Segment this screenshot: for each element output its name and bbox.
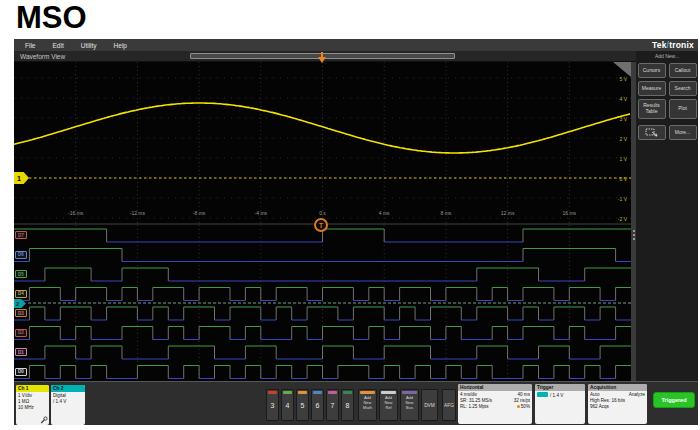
- add-button-label: Add New Math: [359, 396, 376, 410]
- sample-rate: SR: 31.25 MS/s: [460, 398, 492, 403]
- ch2-badge[interactable]: Ch 2 Digital / 1.4 V: [51, 385, 85, 425]
- add-new-buttons: Add New MathAdd New RefAdd New Bus: [358, 389, 419, 421]
- add-new-bus-button[interactable]: Add New Bus: [400, 389, 419, 421]
- menu-file[interactable]: File: [25, 42, 35, 49]
- trigger-marker-arrow-icon: [318, 57, 326, 63]
- add-button-color-bar: [360, 391, 375, 394]
- trigger-position-percent: 50%: [517, 404, 530, 409]
- channel-4-button[interactable]: 4: [281, 389, 294, 421]
- time-axis-label: -16 ms: [68, 210, 84, 216]
- cursors-button[interactable]: Cursors: [638, 63, 666, 78]
- horizontal-window: 40 ms: [517, 392, 530, 397]
- acquisition-analyze: Analyze: [629, 392, 645, 397]
- channel-color-bar: [328, 391, 337, 394]
- trigger-badge-header: Trigger: [535, 384, 585, 391]
- digital-channel-label-d5[interactable]: D5: [15, 270, 27, 278]
- plot-button[interactable]: Plot: [669, 99, 697, 119]
- position-indicator-dot: [517, 405, 520, 408]
- ch1-badge[interactable]: Ch 1 1 V/div 1 MΩ 10 MHz: [16, 385, 49, 425]
- add-button-color-bar: [381, 391, 396, 394]
- digital-edges: [45, 268, 585, 281]
- digital-graticule: [14, 225, 631, 381]
- add-button-label: Add New Ref: [380, 396, 397, 410]
- scrollbar-grip-icon: [633, 230, 635, 232]
- add-button-label: Add New Bus: [401, 396, 418, 410]
- channel-6-button[interactable]: 6: [311, 389, 324, 421]
- trigger-source-pill: [537, 392, 548, 397]
- digital-edges: [29, 288, 615, 301]
- afg-button[interactable]: AFG: [442, 389, 456, 421]
- ch2-threshold: / 1.4 V: [51, 398, 85, 404]
- channel-buttons: 345678: [266, 389, 354, 421]
- vertical-scale-label: -2 V: [618, 216, 628, 222]
- triggered-button[interactable]: Triggered: [653, 392, 695, 408]
- time-axis-label: -12 ms: [130, 210, 146, 216]
- digital-channel-label-d2[interactable]: D2: [15, 329, 27, 337]
- logo-text: tronix: [669, 40, 694, 50]
- ch1-bandwidth: 10 MHz: [16, 404, 49, 410]
- time-axis-label: 0 s: [319, 210, 326, 216]
- analog-waveform-pane: 5 V4 V3 V2 V1 V0 V-1 V-2 V-16 ms-12 ms-8…: [14, 62, 631, 223]
- digital-trigger-indicator[interactable]: T: [314, 218, 328, 232]
- more-button[interactable]: More...: [669, 125, 697, 140]
- time-axis-label: 16 ms: [562, 210, 576, 216]
- channel-8-button[interactable]: 8: [341, 389, 354, 421]
- menu-utility[interactable]: Utility: [81, 42, 97, 49]
- channel-button-label: 3: [271, 402, 275, 409]
- digital-channel-label-d4[interactable]: D4: [15, 290, 27, 298]
- sidebar-button-grid: CursorsCalloutMeasureSearchResults Table…: [636, 63, 698, 119]
- digital-waveform-pane: D7D6D5D4D3D2D1D0 2: [14, 225, 631, 381]
- digital-channel-label-d7[interactable]: D7: [15, 231, 27, 239]
- sample-interval: 32 ns/pt: [514, 398, 530, 403]
- menu-help[interactable]: Help: [114, 42, 127, 49]
- trigger-settings: / 1.4 V: [535, 391, 585, 398]
- time-axis-label: -4 ms: [255, 210, 268, 216]
- vertical-scale-label: -1 V: [618, 196, 628, 202]
- time-axis-label: 8 ms: [440, 210, 451, 216]
- digital-channel-label-d0[interactable]: D0: [15, 368, 27, 376]
- horizontal-badge[interactable]: Horizontal 4 ms/div40 ms SR: 31.25 MS/s3…: [458, 384, 532, 424]
- menu-items: FileEditUtilityHelp: [14, 42, 127, 49]
- results-table-button[interactable]: Results Table: [638, 99, 666, 119]
- measure-button[interactable]: Measure: [638, 81, 666, 96]
- add-new-ref-button[interactable]: Add New Ref: [379, 389, 398, 421]
- channel-color-bar: [343, 391, 352, 394]
- channel-3-button[interactable]: 3: [266, 389, 279, 421]
- channel-button-label: 4: [286, 402, 290, 409]
- search-button[interactable]: Search: [669, 81, 697, 96]
- oscilloscope-screen: FileEditUtilityHelp Tek/tronix Waveform …: [14, 39, 698, 425]
- add-button-color-bar: [402, 391, 417, 394]
- draw-a-box-button[interactable]: [638, 125, 666, 140]
- digital-edges: [107, 229, 523, 242]
- vertical-scale-label: 4 V: [619, 96, 627, 102]
- menu-edit[interactable]: Edit: [52, 42, 63, 49]
- digital-channel-label-d3[interactable]: D3: [15, 309, 27, 317]
- probe-setup-icon: [40, 416, 48, 424]
- tab-waveform-view[interactable]: Waveform View: [20, 53, 65, 60]
- acquisition-mode: Auto: [590, 392, 599, 397]
- horizontal-scale: 4 ms/div: [460, 392, 477, 397]
- channel-7-button[interactable]: 7: [326, 389, 339, 421]
- digital-channel-label-d6[interactable]: D6: [15, 251, 27, 259]
- trigger-position-marker[interactable]: [318, 52, 326, 64]
- channel-button-label: 7: [331, 402, 335, 409]
- add-new-math-button[interactable]: Add New Math: [358, 389, 377, 421]
- trigger-badge[interactable]: Trigger / 1.4 V: [535, 384, 585, 424]
- digital-edges: [29, 366, 615, 379]
- channel-color-bar: [313, 391, 322, 394]
- horizontal-badge-header: Horizontal: [458, 384, 532, 391]
- ch1-sine-waveform: [14, 103, 630, 153]
- channel-button-label: 6: [316, 402, 320, 409]
- analog-graticule: 5 V4 V3 V2 V1 V0 V-1 V-2 V-16 ms-12 ms-8…: [14, 62, 631, 223]
- digital-edges: [29, 249, 615, 262]
- dvm-button[interactable]: DVM: [421, 389, 438, 421]
- digital-channel-label-d1[interactable]: D1: [15, 348, 27, 356]
- callout-button[interactable]: Callout: [669, 63, 697, 78]
- acquisition-badge[interactable]: Acquisition AutoAnalyze High Res: 16 bit…: [588, 384, 647, 424]
- trigger-level: / 1.4 V: [550, 393, 563, 398]
- time-axis-label: 4 ms: [379, 210, 390, 216]
- acquisition-count: 962 Acqs: [588, 403, 647, 409]
- channel-5-button[interactable]: 5: [296, 389, 309, 421]
- sidebar-bottom-row: More...: [636, 125, 698, 140]
- ch1-badge-header: Ch 1: [16, 385, 49, 392]
